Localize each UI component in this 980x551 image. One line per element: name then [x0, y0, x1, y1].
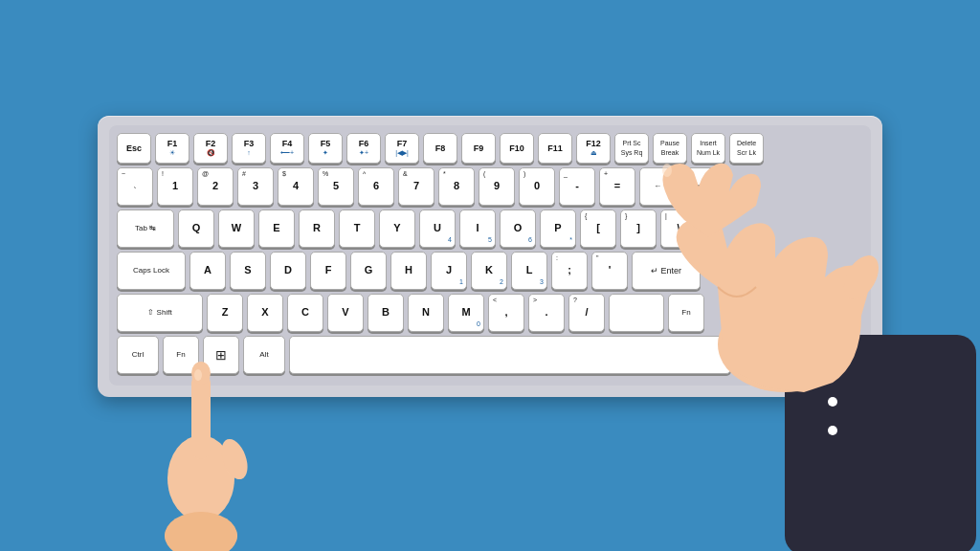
key-f9[interactable]: F9	[461, 133, 496, 164]
keyboard: Esc F1☀ F2🔇 F3↑ F4⟵+ F5✦ F6✦+ F7|◀▶| F8 …	[98, 116, 882, 397]
key-z[interactable]: Z	[207, 294, 243, 332]
key-4[interactable]: $4	[278, 167, 314, 206]
key-caps-lock[interactable]: Caps Lock	[117, 252, 186, 290]
svg-point-1	[167, 435, 234, 521]
key-s[interactable]: S	[230, 252, 266, 290]
key-f12[interactable]: F12⏏	[576, 133, 611, 164]
key-r[interactable]: R	[299, 209, 335, 248]
key-o[interactable]: O6	[500, 209, 536, 248]
key-y[interactable]: Y	[379, 209, 415, 248]
key-w[interactable]: W	[218, 209, 255, 248]
key-g[interactable]: G	[350, 252, 387, 290]
key-2[interactable]: @2	[197, 167, 234, 206]
svg-point-8	[828, 397, 837, 407]
key-comma[interactable]: <,	[488, 294, 524, 332]
svg-point-0	[165, 517, 237, 551]
svg-point-4	[216, 435, 253, 483]
key-shift-left[interactable]: ⇧ Shift	[117, 294, 203, 332]
key-q[interactable]: Q	[178, 209, 214, 248]
bottom-row: Ctrl Fn ⊞ Alt Alt ▤ →End	[117, 336, 863, 374]
key-i[interactable]: I5	[459, 209, 496, 248]
key-t[interactable]: T	[339, 209, 375, 248]
key-period[interactable]: >.	[528, 294, 565, 332]
key-6[interactable]: ^6	[358, 167, 394, 206]
key-open-bracket[interactable]: {[	[580, 209, 616, 248]
key-prtsc[interactable]: Prt ScSys Rq	[614, 133, 649, 164]
key-alt-left[interactable]: Alt	[243, 336, 285, 374]
key-f10[interactable]: F10	[500, 133, 534, 164]
key-v[interactable]: V	[327, 294, 364, 332]
key-fn-left[interactable]: Fn	[163, 336, 199, 374]
key-f11[interactable]: F11	[538, 133, 572, 164]
key-9[interactable]: (9	[479, 167, 515, 206]
key-menu[interactable]: ▤	[781, 336, 817, 374]
key-win[interactable]: ⊞	[203, 336, 239, 374]
key-fn-right[interactable]: Fn	[668, 294, 704, 332]
key-d[interactable]: D	[270, 252, 306, 290]
key-n[interactable]: N	[408, 294, 444, 332]
key-f5[interactable]: F5✦	[308, 133, 343, 164]
key-esc[interactable]: Esc	[117, 133, 151, 164]
key-quote[interactable]: "'	[591, 252, 628, 290]
key-close-bracket[interactable]: }]	[620, 209, 657, 248]
key-end[interactable]: →End	[821, 336, 863, 374]
key-3[interactable]: #3	[237, 167, 274, 206]
key-x[interactable]: X	[247, 294, 283, 332]
key-delete[interactable]: DeleteScr Lk	[729, 133, 764, 164]
key-pause[interactable]: PauseBreak	[653, 133, 687, 164]
key-p[interactable]: P*	[540, 209, 576, 248]
key-f1[interactable]: F1☀	[155, 133, 189, 164]
key-shift-right[interactable]	[609, 294, 664, 332]
key-equals[interactable]: +=	[599, 167, 635, 206]
key-minus[interactable]: _-	[559, 167, 595, 206]
svg-point-9	[828, 426, 837, 435]
key-f7[interactable]: F7|◀▶|	[385, 133, 419, 164]
key-backspace[interactable]: ← Backspace	[639, 167, 716, 206]
key-f4[interactable]: F4⟵+	[270, 133, 304, 164]
key-e[interactable]: E	[258, 209, 295, 248]
number-row: ~ ` !1 @2 #3 $4 %5 ^6 &7 *8 (9 )0 _- += …	[117, 167, 863, 206]
key-f6[interactable]: F6✦+	[346, 133, 381, 164]
key-m[interactable]: M0	[448, 294, 484, 332]
fn-key-row: Esc F1☀ F2🔇 F3↑ F4⟵+ F5✦ F6✦+ F7|◀▶| F8 …	[117, 133, 863, 164]
key-k[interactable]: K2	[471, 252, 507, 290]
key-a[interactable]: A	[189, 252, 226, 290]
key-backslash[interactable]: |\	[660, 209, 697, 248]
key-5[interactable]: %5	[318, 167, 354, 206]
key-tab[interactable]: Tab ↹	[117, 209, 174, 248]
key-h[interactable]: H	[390, 252, 427, 290]
scene: Esc F1☀ F2🔇 F3↑ F4⟵+ F5✦ F6✦+ F7|◀▶| F8 …	[0, 0, 980, 551]
key-0[interactable]: )0	[519, 167, 555, 206]
key-b[interactable]: B	[368, 294, 404, 332]
qwerty-row: Tab ↹ Q W E R T Y U4 I5 O6 P* {[ }] |\	[117, 209, 863, 248]
key-c[interactable]: C	[287, 294, 323, 332]
key-slash[interactable]: ?/	[568, 294, 605, 332]
key-space[interactable]	[289, 336, 731, 374]
key-j[interactable]: J1	[431, 252, 467, 290]
key-enter[interactable]: ↵ Enter	[632, 252, 701, 290]
key-f8[interactable]: F8	[423, 133, 457, 164]
key-f2[interactable]: F2🔇	[193, 133, 228, 164]
key-backtick[interactable]: ~ `	[117, 167, 153, 206]
key-ctrl[interactable]: Ctrl	[117, 336, 159, 374]
key-alt-right[interactable]: Alt	[735, 336, 777, 374]
key-1[interactable]: !1	[157, 167, 193, 206]
key-u[interactable]: U4	[419, 209, 456, 248]
key-l[interactable]: L3	[511, 252, 547, 290]
key-semicolon[interactable]: :;	[551, 252, 588, 290]
zxcv-row: ⇧ Shift Z X C V B N M0 <, >. ?/ Fn	[117, 294, 863, 332]
svg-point-5	[165, 512, 237, 551]
key-7[interactable]: &7	[398, 167, 434, 206]
key-f[interactable]: F	[310, 252, 346, 290]
key-f3[interactable]: F3↑	[232, 133, 266, 164]
key-8[interactable]: *8	[438, 167, 475, 206]
key-insert[interactable]: InsertNum Lk	[691, 133, 725, 164]
asdf-row: Caps Lock A S D F G H J1 K2 L3 :; "' ↵ E…	[117, 252, 863, 290]
